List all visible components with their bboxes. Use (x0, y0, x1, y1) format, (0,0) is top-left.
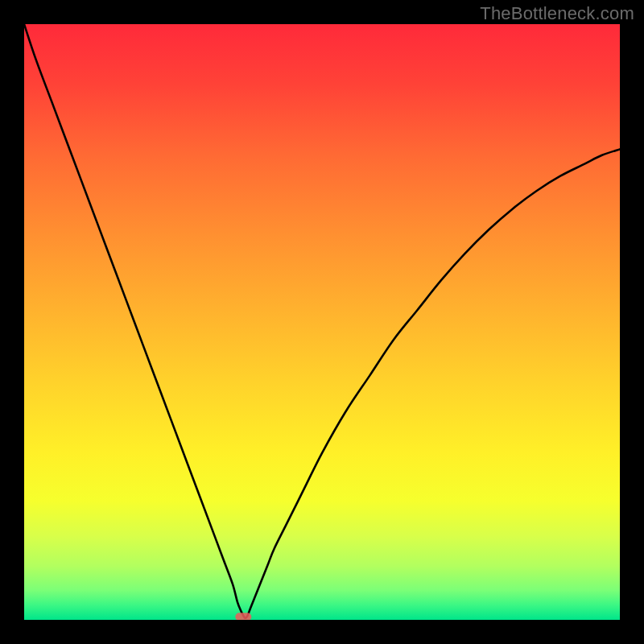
bottleneck-curve-chart (24, 24, 620, 620)
plot-area (24, 24, 620, 620)
optimum-marker (235, 613, 251, 620)
svg-rect-0 (235, 613, 251, 620)
gradient-background (24, 24, 620, 620)
attribution-text: TheBottleneck.com (480, 3, 634, 24)
chart-frame: TheBottleneck.com (0, 0, 644, 644)
